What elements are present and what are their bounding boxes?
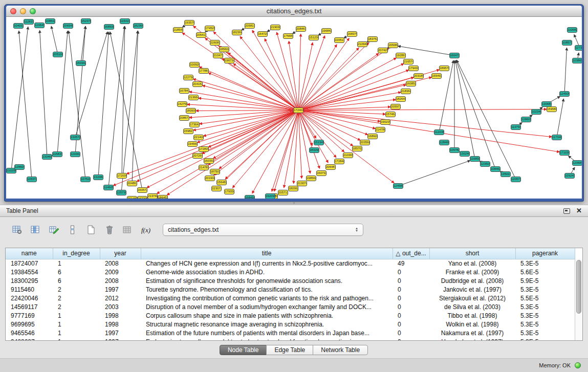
graph-node[interactable]: 10752864 — [80, 177, 91, 182]
table-cell[interactable]: 6 — [53, 276, 100, 285]
table-selector-dropdown[interactable]: citations_edges.txt▲▼ — [163, 224, 363, 236]
memory-status-indicator[interactable] — [575, 362, 581, 368]
table-cell[interactable]: Corpus callosum shape and size in male p… — [141, 311, 393, 320]
graph-node[interactable]: 15237648 — [81, 18, 91, 24]
table-cell[interactable]: 18300295 — [6, 276, 53, 285]
table-cell[interactable]: 5.9E-5 — [515, 276, 575, 285]
table-cell[interactable]: 1 — [53, 329, 100, 337]
graph-node[interactable]: 16085274 — [406, 81, 416, 86]
graph-node[interactable]: 18750263 — [210, 169, 220, 174]
table-cell[interactable]: 9699695 — [6, 320, 53, 329]
table-cell[interactable]: 1998 — [100, 311, 141, 320]
table-cell[interactable]: Jankovic et al. (1997) — [429, 285, 515, 294]
graph-node[interactable]: 11203685 — [434, 129, 444, 135]
table-cell[interactable]: 5.3E-5 — [515, 285, 575, 294]
table-cell[interactable]: Nakamura et al. (1997) — [429, 329, 515, 337]
graph-node[interactable]: 10537264 — [27, 177, 37, 182]
graph-node[interactable]: 18036247 — [288, 186, 298, 191]
table-cell[interactable]: 1 — [53, 337, 100, 341]
graph-node[interactable]: 20193847 — [205, 176, 215, 181]
graph-node[interactable]: 15982736 — [183, 128, 193, 134]
graph-node[interactable]: 18236407 — [232, 30, 242, 35]
graph-node[interactable]: 20867154 — [179, 115, 189, 121]
graph-node[interactable]: 10857364 — [562, 40, 572, 46]
table-cell[interactable]: 1 — [53, 320, 100, 329]
graph-node[interactable]: 17284065 — [334, 159, 344, 164]
graph-node[interactable]: 16720534 — [137, 196, 147, 199]
graph-node[interactable]: 13046582 — [42, 154, 52, 160]
graph-node[interactable]: 21366470 — [188, 95, 199, 100]
network-view-window[interactable]: citations_edges.txt 17240405104032681128… — [4, 4, 584, 202]
column-header-title[interactable]: title — [141, 248, 393, 259]
graph-node[interactable]: 18570243 — [352, 146, 362, 151]
float-panel-icon[interactable] — [563, 208, 570, 214]
graph-node[interactable]: 21094637 — [357, 41, 367, 47]
table-cell[interactable]: Yano et al. (2008) — [429, 259, 515, 268]
graph-node[interactable]: 19856024 — [306, 176, 316, 181]
table-cell[interactable]: 5.6E-5 — [515, 268, 575, 276]
graph-node[interactable]: 19357026 — [184, 20, 194, 26]
graph-node[interactable]: 16472035 — [257, 31, 268, 37]
table-cell[interactable]: 1997 — [100, 329, 141, 337]
graph-node[interactable]: 17103654 — [559, 150, 570, 156]
graph-node[interactable]: 20581364 — [245, 23, 255, 29]
graph-node[interactable]: 21854063 — [173, 27, 183, 33]
graph-node[interactable]: 16057283 — [137, 187, 147, 193]
graph-node[interactable]: 19673482 — [224, 58, 234, 63]
table-cell[interactable]: Embryonic stem cells: a model to study s… — [141, 337, 393, 341]
graph-node[interactable]: 22051463 — [334, 37, 344, 43]
graph-node[interactable]: 15549283 — [431, 73, 442, 79]
table-cell[interactable]: 1997 — [100, 285, 141, 294]
graph-node[interactable]: 19203657 — [265, 193, 275, 199]
graph-node[interactable]: 20846170 — [296, 26, 306, 32]
graph-node[interactable]: 10234857 — [531, 109, 541, 115]
graph-node[interactable]: 21836450 — [401, 89, 411, 94]
table-cell[interactable]: 2 — [53, 294, 100, 302]
graph-node[interactable]: 16508243 — [388, 42, 398, 48]
table-cell[interactable]: 9777169 — [6, 311, 53, 320]
graph-node[interactable]: 17788123 — [199, 68, 209, 74]
graph-node[interactable]: 18264037 — [396, 96, 406, 102]
table-cell[interactable]: 0 — [393, 337, 429, 341]
network-canvas[interactable]: 1724040510403268112837941206451010853271… — [6, 17, 582, 199]
graph-node[interactable]: 20356817 — [360, 140, 370, 145]
column-header-in_degree[interactable]: in_degree — [53, 248, 100, 259]
graph-node[interactable]: 22140653 — [193, 135, 204, 140]
graph-node[interactable]: 19286354 — [396, 53, 406, 58]
graph-node[interactable]: 16073258 — [316, 170, 326, 176]
graph-node[interactable]: 16647294 — [449, 53, 460, 58]
graph-node[interactable]: 22307146 — [211, 186, 222, 191]
graph-node[interactable]: 21374860 — [147, 193, 158, 199]
graph-node[interactable]: 21478305 — [199, 165, 209, 170]
table-cell[interactable]: Franke et al. (2009) — [429, 268, 515, 276]
table-cell[interactable]: 0 — [393, 302, 429, 311]
show-columns-icon[interactable] — [29, 224, 42, 236]
graph-node[interactable]: 11734028 — [552, 135, 562, 140]
table-cell[interactable]: Disruption of a novel member of a sodium… — [141, 302, 393, 311]
graph-node[interactable]: 12450683 — [559, 91, 570, 97]
graph-node[interactable]: 22608143 — [210, 40, 220, 46]
graph-node[interactable]: 19456072 — [187, 141, 198, 147]
table-cell[interactable]: 2003 — [100, 302, 141, 311]
table-cell[interactable]: 18724007 — [6, 259, 53, 268]
graph-node[interactable]: 12068453 — [572, 160, 582, 166]
column-header-year[interactable]: year — [100, 248, 141, 259]
table-cell[interactable]: 0 — [393, 320, 429, 329]
graph-node[interactable]: 12036458 — [70, 151, 80, 157]
graph-node[interactable]: 12458036 — [393, 183, 403, 189]
scrollbar-thumb[interactable] — [576, 260, 581, 314]
tab-node-table[interactable]: Node Table — [220, 345, 267, 355]
table-cell[interactable]: Tourette syndrome. Phenomenology and cla… — [141, 285, 393, 294]
table-cell[interactable]: 49 — [393, 259, 429, 268]
graph-node[interactable]: 10924536 — [564, 173, 575, 179]
graph-node[interactable]: 20486135 — [127, 181, 137, 186]
graph-node[interactable]: 11068253 — [567, 27, 577, 33]
graph-node[interactable]: 18236450 — [133, 23, 143, 29]
graph-node[interactable]: 20742918 — [378, 48, 388, 53]
table-cell[interactable]: 9463627 — [6, 337, 53, 341]
column-header-pagerank[interactable]: pagerank — [515, 248, 575, 259]
table-cell[interactable]: Estimation of the future numbers of pati… — [141, 329, 393, 337]
graph-node[interactable]: 12734856 — [575, 45, 582, 51]
table-cell[interactable]: Estimation of significance thresholds fo… — [141, 276, 393, 285]
graph-node[interactable]: 10846257 — [490, 166, 500, 172]
